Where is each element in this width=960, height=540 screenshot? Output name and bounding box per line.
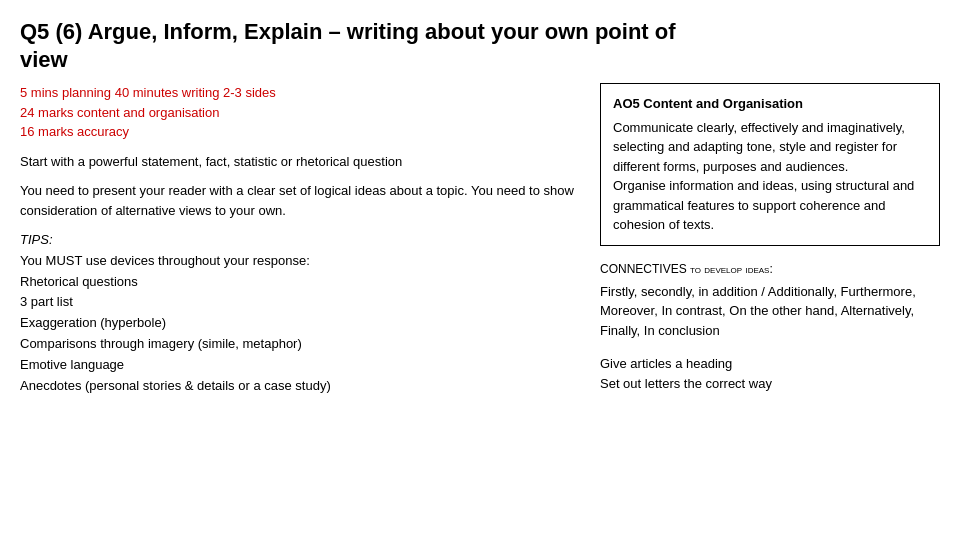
intro-text: Start with a powerful statement, fact, s… — [20, 152, 584, 172]
red-line-2: 24 marks content and organisation — [20, 103, 584, 123]
page-title: Q5 (6) Argue, Inform, Explain – writing … — [20, 18, 940, 73]
tips-must: You MUST use devices throughout your res… — [20, 251, 584, 272]
ao5-box: AO5 Content and Organisation Communicate… — [600, 83, 940, 246]
ao5-text: Communicate clearly, effectively and ima… — [613, 118, 927, 235]
page: Q5 (6) Argue, Inform, Explain – writing … — [0, 0, 960, 540]
tips-item-6: Anecdotes (personal stories & details or… — [20, 376, 584, 397]
red-line-1: 5 mins planning 40 minutes writing 2-3 s… — [20, 83, 584, 103]
connectives-label: CONNECTIVES to develop ideas: — [600, 260, 940, 278]
main-content: 5 mins planning 40 minutes writing 2-3 s… — [20, 83, 940, 526]
tips-item-2: 3 part list — [20, 292, 584, 313]
red-info: 5 mins planning 40 minutes writing 2-3 s… — [20, 83, 584, 142]
right-column: AO5 Content and Organisation Communicate… — [600, 83, 940, 526]
left-column: 5 mins planning 40 minutes writing 2-3 s… — [20, 83, 584, 526]
body-text: You need to present your reader with a c… — [20, 181, 584, 220]
tips-item-1: Rhetorical questions — [20, 272, 584, 293]
additional-tips: Give articles a heading Set out letters … — [600, 354, 940, 393]
red-line-3: 16 marks accuracy — [20, 122, 584, 142]
connectives-text: Firstly, secondly, in addition / Additio… — [600, 282, 940, 341]
tips-label: TIPS: — [20, 230, 584, 251]
connectives-section: CONNECTIVES to develop ideas: Firstly, s… — [600, 260, 940, 341]
title-line2: view — [20, 47, 68, 72]
ao5-title: AO5 Content and Organisation — [613, 94, 927, 114]
tips-item-5: Emotive language — [20, 355, 584, 376]
tips-item-3: Exaggeration (hyperbole) — [20, 313, 584, 334]
additional-label1: Give articles a heading — [600, 354, 940, 374]
additional-label2: Set out letters the correct way — [600, 374, 940, 394]
title-line1: Q5 (6) Argue, Inform, Explain – writing … — [20, 19, 676, 44]
tips-item-4: Comparisons through imagery (simile, met… — [20, 334, 584, 355]
tips-section: TIPS: You MUST use devices throughout yo… — [20, 230, 584, 396]
